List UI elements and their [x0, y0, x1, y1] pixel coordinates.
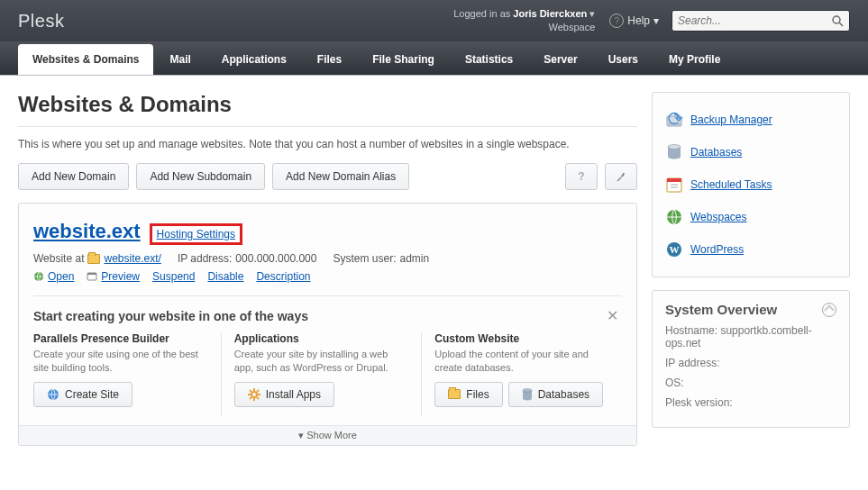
webspace-icon — [665, 208, 683, 226]
subscription-name: Webspace — [453, 21, 595, 34]
wordpress-icon: W — [665, 240, 683, 259]
create-site-button[interactable]: Create Site — [33, 382, 132, 407]
plesk-version-row: Plesk version: — [665, 396, 836, 409]
description-link[interactable]: Description — [256, 270, 310, 283]
sidebar-link[interactable]: Webspaces — [690, 211, 746, 223]
calendar-icon — [665, 176, 683, 194]
page-intro: This is where you set up and manage webs… — [18, 138, 637, 150]
svg-point-20 — [668, 145, 681, 150]
search-input[interactable] — [678, 14, 832, 27]
sidebar-item-backup[interactable]: Backup Manager — [665, 104, 836, 136]
ip-row: IP address: — [665, 357, 836, 369]
svg-rect-22 — [667, 178, 681, 182]
presence-desc: Create your site using one of the best s… — [33, 348, 208, 375]
sidebar-link[interactable]: Scheduled Tasks — [690, 178, 772, 191]
globe-icon — [47, 388, 59, 401]
logo: Plesk — [18, 11, 64, 32]
folder-icon — [448, 389, 461, 399]
sidebar-link[interactable]: WordPress — [690, 243, 744, 256]
ip-label: IP address: — [178, 252, 232, 265]
suspend-link[interactable]: Suspend — [152, 270, 195, 283]
question-icon: ? — [578, 170, 584, 183]
custom-title: Custom Website — [434, 332, 609, 345]
ip-value: 000.000.000.000 — [235, 252, 316, 265]
wrench-icon — [615, 170, 627, 183]
gear-icon — [248, 388, 260, 401]
domain-meta: Website at website.ext/ IP address: 000.… — [33, 252, 622, 265]
preview-icon — [87, 271, 97, 282]
website-at-label: Website at — [33, 252, 84, 265]
svg-rect-4 — [87, 273, 96, 275]
tab-websites-domains[interactable]: Websites & Domains — [18, 44, 153, 75]
presence-title: Parallels Presence Builder — [33, 332, 208, 345]
disable-link[interactable]: Disable — [207, 270, 243, 283]
page-title: Websites & Domains — [18, 92, 637, 117]
sidebar-item-webspaces[interactable]: Webspaces — [665, 201, 836, 233]
collapse-icon[interactable] — [822, 303, 836, 317]
sidebar-item-wordpress[interactable]: WWordPress — [665, 233, 836, 266]
sidebar-link[interactable]: Databases — [690, 146, 742, 159]
search-icon[interactable] — [832, 15, 844, 27]
preview-link[interactable]: Preview — [87, 270, 140, 283]
svg-line-12 — [257, 397, 259, 399]
svg-line-14 — [257, 390, 259, 392]
sysuser-value: admin — [400, 252, 430, 265]
search-box[interactable] — [672, 10, 850, 32]
sidebar-link[interactable]: Backup Manager — [690, 113, 772, 126]
help-label: Help — [627, 14, 650, 27]
tab-files[interactable]: Files — [303, 44, 356, 75]
sidebar-item-databases[interactable]: Databases — [665, 136, 836, 168]
svg-line-13 — [250, 397, 251, 399]
files-button[interactable]: Files — [434, 382, 502, 407]
install-apps-button[interactable]: Install Apps — [234, 382, 334, 407]
show-more-button[interactable]: ▾ Show More — [19, 425, 636, 445]
os-row: OS: — [665, 377, 836, 389]
hostname-row: Hostname: supportkb.combell-ops.net — [665, 324, 836, 349]
start-title: Start creating your website in one of th… — [33, 309, 622, 323]
username[interactable]: Joris Dierckxen — [513, 8, 587, 19]
sysuser-label: System user: — [333, 252, 396, 265]
chevron-down-icon: ▾ — [589, 8, 595, 19]
domain-name-link[interactable]: website.ext — [33, 220, 141, 243]
backup-icon — [665, 111, 683, 129]
tab-mail[interactable]: Mail — [155, 44, 205, 75]
svg-point-6 — [251, 392, 257, 397]
system-overview-title: System Overview — [665, 302, 836, 317]
add-subdomain-button[interactable]: Add New Subdomain — [136, 163, 265, 190]
help-icon: ? — [609, 14, 624, 28]
globe-icon — [33, 271, 44, 282]
login-info: Logged in as Joris Dierckxen ▾ Webspace — [453, 7, 595, 34]
open-link[interactable]: Open — [33, 270, 74, 283]
apps-title: Applications — [234, 332, 409, 345]
database-icon — [522, 388, 533, 401]
docroot-link[interactable]: website.ext/ — [104, 252, 160, 265]
databases-button[interactable]: Databases — [508, 382, 603, 407]
hosting-settings-link[interactable]: Hosting Settings — [150, 223, 242, 245]
settings-button[interactable] — [605, 163, 637, 190]
svg-text:W: W — [670, 244, 680, 255]
svg-line-11 — [250, 390, 251, 392]
login-prefix: Logged in as — [453, 8, 510, 19]
svg-point-0 — [833, 16, 840, 23]
close-icon[interactable]: ✕ — [607, 307, 618, 324]
folder-icon — [87, 254, 100, 264]
svg-line-1 — [839, 23, 843, 26]
tab-server[interactable]: Server — [529, 44, 591, 75]
chevron-down-icon: ▾ — [653, 14, 659, 27]
database-icon — [665, 143, 683, 161]
help-button[interactable]: ? — [565, 163, 598, 190]
sidebar-item-scheduled[interactable]: Scheduled Tasks — [665, 168, 836, 201]
tab-users[interactable]: Users — [594, 44, 653, 75]
help-menu[interactable]: ? Help ▾ — [609, 14, 659, 28]
add-domain-button[interactable]: Add New Domain — [18, 163, 129, 190]
domain-card: website.ext Hosting Settings Website at … — [18, 203, 637, 446]
tab-applications[interactable]: Applications — [207, 44, 301, 75]
tab-file-sharing[interactable]: File Sharing — [358, 44, 449, 75]
add-alias-button[interactable]: Add New Domain Alias — [272, 163, 409, 190]
main-nav: Websites & Domains Mail Applications Fil… — [0, 41, 868, 76]
custom-desc: Upload the content of your site and crea… — [434, 348, 609, 375]
tab-my-profile[interactable]: My Profile — [654, 44, 735, 75]
apps-desc: Create your site by installing a web app… — [234, 348, 409, 375]
tab-statistics[interactable]: Statistics — [451, 44, 527, 75]
